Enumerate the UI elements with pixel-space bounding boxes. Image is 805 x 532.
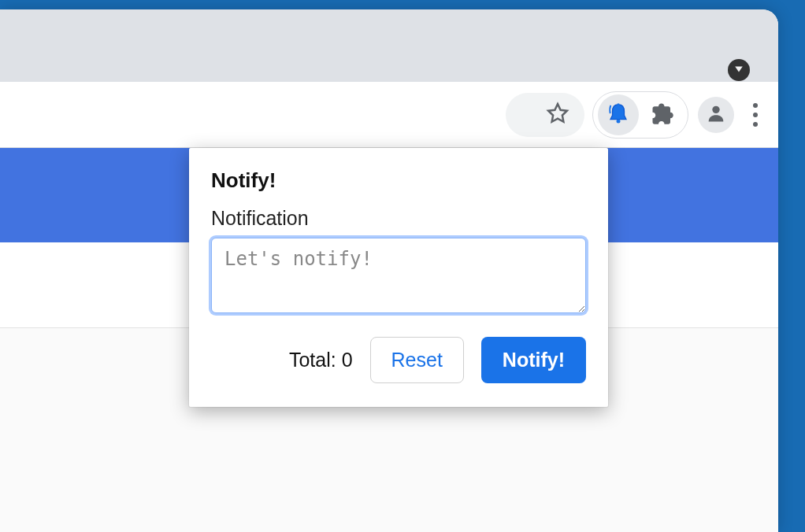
triangle-down-icon <box>734 63 744 77</box>
bell-icon <box>607 102 630 128</box>
address-bar-tail[interactable] <box>506 93 584 137</box>
browser-menu-button[interactable] <box>745 95 766 135</box>
kebab-dot <box>753 103 758 108</box>
person-icon <box>705 102 727 127</box>
extensions-pill <box>592 91 688 139</box>
kebab-dot <box>753 122 758 127</box>
kebab-dot <box>753 113 758 117</box>
bookmark-star-button[interactable] <box>537 94 578 135</box>
extensions-button[interactable] <box>642 94 683 135</box>
browser-toolbar <box>0 82 778 148</box>
notification-textarea[interactable] <box>211 238 586 313</box>
puzzle-icon <box>651 102 674 128</box>
browser-window: Notify! Notification Total: 0 Reset Noti… <box>0 9 778 532</box>
popup-footer: Total: 0 Reset Notify! <box>211 337 586 383</box>
notify-button[interactable]: Notify! <box>481 337 586 383</box>
svg-point-1 <box>712 105 719 113</box>
total-label-text: Total: <box>289 349 342 371</box>
total-count-value: 0 <box>342 349 353 371</box>
window-dropdown-button[interactable] <box>728 59 750 81</box>
tab-bar <box>0 9 778 82</box>
profile-button[interactable] <box>698 97 734 133</box>
extension-popup: Notify! Notification Total: 0 Reset Noti… <box>189 148 608 407</box>
notify-extension-button[interactable] <box>598 94 639 135</box>
notification-field-label: Notification <box>211 207 586 230</box>
svg-point-0 <box>617 119 621 123</box>
total-count-label: Total: 0 <box>289 349 353 371</box>
popup-title: Notify! <box>211 168 586 193</box>
star-icon <box>546 102 569 128</box>
reset-button[interactable]: Reset <box>370 337 464 383</box>
